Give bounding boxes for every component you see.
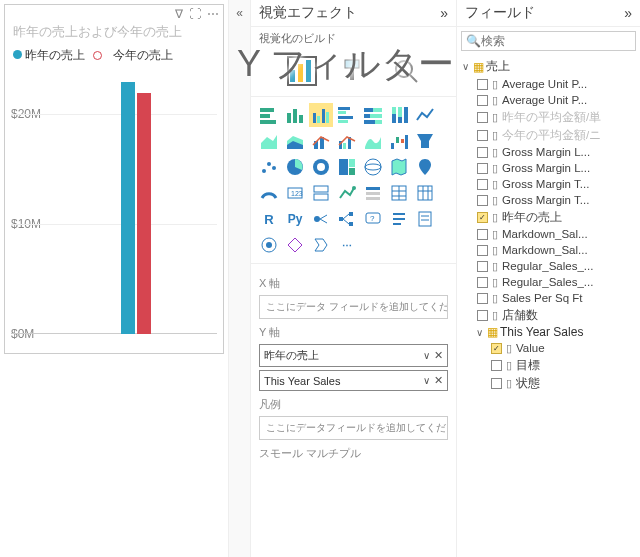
paginated-report-icon[interactable] <box>413 207 437 231</box>
line-chart-icon[interactable] <box>413 103 437 127</box>
field-checkbox[interactable] <box>477 163 488 174</box>
field-row[interactable]: ▯昨年の平均金額/単 <box>457 108 640 126</box>
field-row[interactable]: ▯状態 <box>457 374 640 392</box>
key-influencers-icon[interactable] <box>309 207 333 231</box>
field-checkbox[interactable] <box>477 229 488 240</box>
field-row[interactable]: ▯Markdown_Sal... <box>457 242 640 258</box>
chevron-down-icon[interactable]: ∨ <box>423 375 430 386</box>
expand-icon[interactable]: ∨ <box>473 327 485 338</box>
kpi-icon[interactable] <box>335 181 359 205</box>
field-checkbox[interactable] <box>477 147 488 158</box>
waterfall-icon[interactable] <box>387 129 411 153</box>
field-checkbox[interactable] <box>477 79 488 90</box>
stacked-bar-100-icon[interactable] <box>361 103 385 127</box>
field-checkbox[interactable] <box>477 277 488 288</box>
area-chart-icon[interactable] <box>257 129 281 153</box>
remove-field-icon[interactable]: ✕ <box>434 374 443 387</box>
azure-map-icon[interactable] <box>413 155 437 179</box>
line-clustered-column-icon[interactable] <box>335 129 359 153</box>
multi-row-card-icon[interactable] <box>309 181 333 205</box>
field-checkbox[interactable] <box>477 212 488 223</box>
field-row[interactable]: ▯Markdown_Sal... <box>457 226 640 242</box>
field-checkbox[interactable] <box>477 179 488 190</box>
bar-this-year[interactable] <box>137 93 151 334</box>
field-checkbox[interactable] <box>477 310 488 321</box>
filled-map-icon[interactable] <box>387 155 411 179</box>
pie-icon[interactable] <box>283 155 307 179</box>
field-checkbox[interactable] <box>491 360 502 371</box>
y-axis-field-2[interactable]: This Year Sales ∨ ✕ <box>259 370 448 391</box>
field-checkbox[interactable] <box>477 95 488 106</box>
clustered-column-icon[interactable] <box>309 103 333 127</box>
field-checkbox[interactable] <box>477 130 488 141</box>
field-row[interactable]: ▯目標 <box>457 356 640 374</box>
search-input[interactable] <box>481 34 631 48</box>
stacked-bar-icon[interactable] <box>257 103 281 127</box>
field-row[interactable]: ▯今年の平均金額/ニ <box>457 126 640 144</box>
slicer-icon[interactable] <box>361 181 385 205</box>
table-header[interactable]: ∨▦This Year Sales <box>471 324 640 340</box>
field-row[interactable]: ▯Gross Margin L... <box>457 160 640 176</box>
filter-icon[interactable]: ∇ <box>175 7 183 21</box>
stacked-column-100-icon[interactable] <box>387 103 411 127</box>
analytics-mode-button[interactable] <box>391 56 421 86</box>
field-row[interactable]: ▯Value <box>457 340 640 356</box>
collapse-icon[interactable]: » <box>624 5 632 21</box>
funnel-icon[interactable] <box>413 129 437 153</box>
fields-search[interactable]: 🔍 <box>461 31 636 51</box>
clustered-bar-icon[interactable] <box>335 103 359 127</box>
power-apps-icon[interactable] <box>283 233 307 257</box>
focus-mode-icon[interactable]: ⛶ <box>189 7 201 21</box>
table-header[interactable]: ∨▦売上 <box>457 57 640 76</box>
map-icon[interactable] <box>361 155 385 179</box>
collapse-icon[interactable]: » <box>440 5 448 21</box>
py-visual-icon[interactable]: Py <box>283 207 307 231</box>
chevron-down-icon[interactable]: ∨ <box>423 350 430 361</box>
field-checkbox[interactable] <box>491 343 502 354</box>
field-row[interactable]: ▯Regular_Sales_... <box>457 258 640 274</box>
stacked-area-icon[interactable] <box>283 129 307 153</box>
ribbon-chart-icon[interactable] <box>361 129 385 153</box>
expand-icon[interactable]: « <box>236 6 243 20</box>
remove-field-icon[interactable]: ✕ <box>434 349 443 362</box>
bar-last-year[interactable] <box>121 82 135 334</box>
scatter-icon[interactable] <box>257 155 281 179</box>
field-checkbox[interactable] <box>491 378 502 389</box>
stacked-column-icon[interactable] <box>283 103 307 127</box>
smart-narrative-icon[interactable] <box>387 207 411 231</box>
field-row[interactable]: ▯Average Unit P... <box>457 76 640 92</box>
field-row[interactable]: ▯店舗数 <box>457 306 640 324</box>
power-automate-icon[interactable] <box>309 233 333 257</box>
get-more-visuals-icon[interactable]: ⋯ <box>335 233 359 257</box>
filters-pane-collapsed[interactable]: « <box>228 0 251 557</box>
donut-icon[interactable] <box>309 155 333 179</box>
legend-drop[interactable]: ここにデータフィールドを追加してください <box>259 416 448 440</box>
line-stacked-column-icon[interactable] <box>309 129 333 153</box>
x-axis-drop[interactable]: ここにデータ フィールドを追加してくださ <box>259 295 448 319</box>
field-row[interactable]: ▯Sales Per Sq Ft <box>457 290 640 306</box>
more-options-icon[interactable]: ⋯ <box>207 7 219 21</box>
field-checkbox[interactable] <box>477 245 488 256</box>
card-icon[interactable]: 123 <box>283 181 307 205</box>
treemap-icon[interactable] <box>335 155 359 179</box>
field-checkbox[interactable] <box>477 261 488 272</box>
qa-visual-icon[interactable]: ? <box>361 207 385 231</box>
expand-icon[interactable]: ∨ <box>459 61 471 72</box>
decomposition-tree-icon[interactable] <box>335 207 359 231</box>
field-row[interactable]: ▯昨年の売上 <box>457 208 640 226</box>
field-row[interactable]: ▯Average Unit P... <box>457 92 640 108</box>
field-checkbox[interactable] <box>477 293 488 304</box>
field-checkbox[interactable] <box>477 112 488 123</box>
gauge-icon[interactable] <box>257 181 281 205</box>
table-icon[interactable] <box>387 181 411 205</box>
format-mode-button[interactable] <box>339 56 369 86</box>
field-checkbox[interactable] <box>477 195 488 206</box>
chart-tile[interactable]: ∇ ⛶ ⋯ 昨年の売上および今年の売上 昨年の売上 今年の売上 $20M $10… <box>4 4 224 354</box>
r-visual-icon[interactable]: R <box>257 207 281 231</box>
arcgis-icon[interactable] <box>257 233 281 257</box>
field-row[interactable]: ▯Gross Margin T... <box>457 176 640 192</box>
field-row[interactable]: ▯Gross Margin T... <box>457 192 640 208</box>
build-mode-button[interactable] <box>287 56 317 86</box>
matrix-icon[interactable] <box>413 181 437 205</box>
field-row[interactable]: ▯Regular_Sales_... <box>457 274 640 290</box>
